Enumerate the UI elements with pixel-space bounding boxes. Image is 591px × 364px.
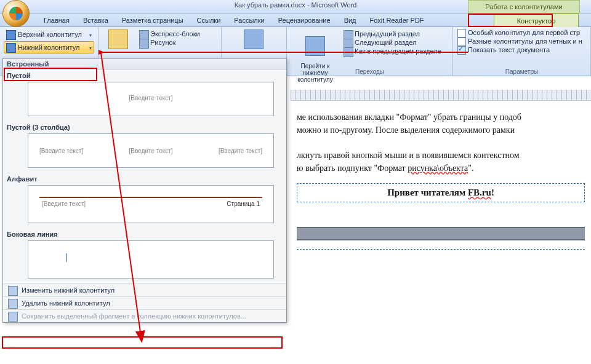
menu-save-footer: Сохранить выделенный фрагмент в коллекци… (3, 309, 286, 322)
tab-mailings[interactable]: Рассылки (227, 14, 271, 27)
menu-remove-footer[interactable]: Удалить нижний колонтитул (3, 296, 286, 309)
chk-diff-first-page[interactable]: Особый колонтитул для первой стр (457, 28, 587, 37)
gallery-preview-three-col[interactable]: [Введите текст] [Введите текст] [Введите… (28, 133, 274, 168)
tab-insert[interactable]: Вставка (76, 14, 115, 27)
body-line-2: можно и по-другому. После выделения соде… (297, 124, 585, 136)
tab-references[interactable]: Ссылки (190, 14, 228, 27)
link-previous-button[interactable]: Как в предыдущем разделе (342, 47, 443, 55)
tab-review[interactable]: Рецензирование (271, 14, 337, 27)
body-line-4: ю выбрать подпункт "Формат рисунка\объек… (297, 162, 585, 175)
chk-diff-odd-even[interactable]: Разные колонтитулы для четных и н (457, 37, 587, 46)
horizontal-ruler[interactable] (291, 90, 591, 101)
document-area: ме использования вкладки "Формат" убрать… (291, 90, 591, 364)
goto-footer-button[interactable]: Перейти к нижнему колонтитулу (291, 28, 340, 67)
tab-layout[interactable]: Разметка страницы (115, 14, 190, 27)
footer-area[interactable]: Привет читателям FB.ru! (297, 183, 585, 202)
next-page-header-area[interactable] (297, 249, 585, 271)
footer-gallery-dropdown: Встроенный Пустой [Введите текст] Пустой… (2, 58, 287, 323)
gallery-item-three-col[interactable]: Пустой (3 столбца) (3, 121, 286, 132)
next-section-button[interactable]: Следующий раздел (342, 38, 443, 47)
tab-home[interactable]: Главная (37, 14, 76, 27)
group-options-label: Параметры (453, 68, 590, 75)
prev-section-button[interactable]: Предыдущий раздел (342, 30, 443, 38)
chk-show-document[interactable]: Показать текст документа (457, 46, 587, 54)
group-navigation-label: Переходы (287, 68, 452, 75)
group-options: Особый колонтитул для первой стр Разные … (453, 27, 591, 76)
tab-design[interactable]: Конструктор (494, 14, 579, 27)
body-line-1: ме использования вкладки "Формат" убрать… (297, 111, 585, 124)
page-down-icon (305, 36, 325, 56)
calendar-icon (108, 30, 128, 49)
highlight-remove-footer (2, 336, 283, 349)
gallery-section-builtin: Встроенный (3, 58, 286, 69)
page-gap (297, 227, 585, 240)
gallery-preview-empty[interactable]: [Введите текст] (28, 82, 274, 116)
picture-button[interactable]: Рисунок (138, 38, 201, 47)
body-line-3: лкнуть правой кнопкой мыши и в появившем… (297, 149, 585, 162)
quickparts-dropdown[interactable]: Экспресс-блоки (138, 30, 201, 38)
office-button[interactable] (2, 0, 30, 27)
goto-header-button[interactable] (225, 28, 282, 49)
group-navigation: Перейти к нижнему колонтитулу Предыдущий… (287, 27, 453, 76)
gallery-item-sideline[interactable]: Боковая линия (3, 228, 286, 239)
menu-edit-footer[interactable]: Изменить нижний колонтитул (3, 283, 286, 296)
gallery-item-alphabet[interactable]: Алфавит (3, 173, 286, 184)
tab-view[interactable]: Вид (337, 14, 363, 27)
gallery-preview-sideline[interactable]: | (28, 240, 274, 279)
title-bar: Как убрать рамки.docx - Microsoft Word Р… (0, 0, 591, 14)
footer-dropdown[interactable]: Нижний колонтитул (4, 41, 94, 53)
ribbon-tabs: Главная Вставка Разметка страницы Ссылки… (0, 14, 591, 27)
page-content[interactable]: ме использования вкладки "Формат" убрать… (291, 101, 591, 271)
header-dropdown[interactable]: Верхний колонтитул (4, 28, 94, 41)
gallery-item-empty[interactable]: Пустой (3, 69, 286, 81)
page-icon (244, 30, 263, 49)
gallery-preview-alphabet[interactable]: [Введите текст] Страница 1 (28, 185, 274, 223)
contextual-tab-group: Работа с колонтитулами (468, 0, 580, 14)
tab-foxit[interactable]: Foxit Reader PDF (363, 14, 431, 27)
